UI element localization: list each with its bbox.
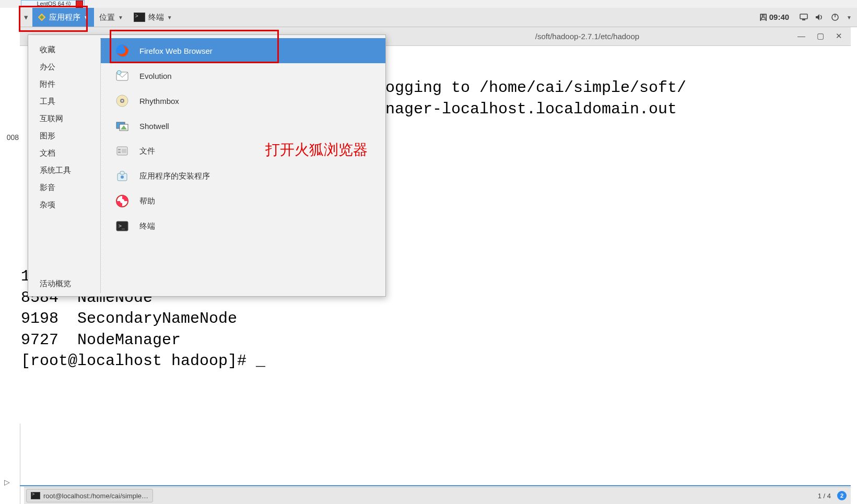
firefox-icon xyxy=(115,44,129,57)
app-item-help[interactable]: 帮助 xyxy=(101,189,385,214)
app-item-label: 帮助 xyxy=(139,196,155,206)
vm-icon xyxy=(76,1,83,8)
terminal-icon xyxy=(134,13,145,22)
applications-icon xyxy=(38,13,46,21)
places-menu-button[interactable]: 位置 ▼ xyxy=(94,8,128,27)
volume-icon[interactable] xyxy=(815,14,824,21)
app-category-item[interactable]: 系统工具 xyxy=(28,162,100,179)
taskbar-item-terminal[interactable]: root@localhost:/home/cai/simple… xyxy=(26,489,153,502)
app-list: Firefox Web Browser Evolution Rhythmbox … xyxy=(101,35,385,296)
svg-text:>_: >_ xyxy=(119,223,125,229)
terminal-line: [root@localhost hadoop]# _ xyxy=(20,350,851,372)
app-category-item[interactable]: 附件 xyxy=(28,76,100,93)
host-tabstrip: LentOS 64 位 × xyxy=(0,0,857,8)
software-installer-icon xyxy=(115,169,129,183)
vm-tab-label: LentOS 64 位 xyxy=(37,1,72,7)
terminal-line: 9727 NodeManager xyxy=(20,330,851,351)
svg-point-10 xyxy=(117,71,121,75)
app-category-item[interactable]: 办公 xyxy=(28,58,100,76)
annotation-text: 打开火狐浏览器 xyxy=(265,140,368,160)
window-minimize-icon[interactable]: — xyxy=(797,31,805,41)
host-expand-icon[interactable]: ▷ xyxy=(4,478,10,486)
system-tray[interactable]: ▼ xyxy=(794,13,857,21)
svg-rect-3 xyxy=(802,19,805,20)
rhythmbox-icon xyxy=(115,94,129,108)
clock-label[interactable]: 四 09:40 xyxy=(754,13,795,22)
svg-rect-18 xyxy=(118,149,121,150)
gnome-window-list: root@localhost:/home/cai/simple… 1 / 4 2 xyxy=(24,487,851,504)
applications-label: 应用程序 xyxy=(49,13,80,22)
app-item-label: Shotwell xyxy=(139,122,169,131)
svg-point-25 xyxy=(120,199,124,203)
app-item-label: 终端 xyxy=(139,221,155,231)
activities-overview-button[interactable]: 活动概览 xyxy=(28,274,100,296)
notification-badge[interactable]: 2 xyxy=(837,491,847,500)
host-lineno-label: 008 xyxy=(0,133,19,142)
app-item-rhythmbox[interactable]: Rhythmbox xyxy=(101,88,385,113)
running-app-indicator[interactable]: 终端 ▼ xyxy=(128,8,178,27)
app-category-item[interactable]: 影音 xyxy=(28,179,100,196)
display-icon[interactable] xyxy=(800,14,808,21)
terminal-title-text: /soft/hadoop-2.7.1/etc/hadoop xyxy=(385,32,789,41)
app-item-software-installer[interactable]: 应用程序的安装程序 xyxy=(101,163,385,189)
files-icon xyxy=(115,144,129,158)
evolution-icon xyxy=(115,69,129,83)
caret-down-icon: ▼ xyxy=(118,15,123,20)
app-category-item[interactable]: 文档 xyxy=(28,145,100,162)
applications-menu-button[interactable]: 应用程序 ▼ xyxy=(32,8,94,27)
app-item-evolution[interactable]: Evolution xyxy=(101,63,385,88)
terminal-line: nager-localhost.localdomain.out xyxy=(385,99,851,120)
app-item-shotwell[interactable]: Shotwell xyxy=(101,113,385,138)
svg-point-23 xyxy=(121,175,124,179)
app-category-item[interactable]: 互联网 xyxy=(28,110,100,127)
svg-rect-19 xyxy=(118,151,121,153)
terminal-line: ogging to /home/cai/simple/soft/ xyxy=(385,77,851,99)
host-left-strip: 008 ▷ xyxy=(0,8,20,504)
svg-marker-4 xyxy=(816,14,819,20)
workspace-pager[interactable]: 1 / 4 xyxy=(812,492,837,500)
app-item-terminal[interactable]: >_ 终端 xyxy=(101,214,385,239)
taskbar-item-label: root@localhost:/home/cai/simple… xyxy=(43,492,148,500)
terminal-icon: >_ xyxy=(115,219,129,233)
caret-down-icon: ▼ xyxy=(167,15,172,20)
help-icon xyxy=(115,194,129,208)
svg-rect-22 xyxy=(120,171,124,174)
app-category-item[interactable]: 收藏 xyxy=(28,41,100,58)
places-label: 位置 xyxy=(99,13,115,22)
applications-menu: 收藏 办公 附件 工具 互联网 图形 文档 系统工具 影音 杂项 活动概览 Fi… xyxy=(28,34,386,297)
caret-down-icon: ▼ xyxy=(84,15,89,20)
window-close-icon[interactable]: ✕ xyxy=(836,31,842,41)
app-item-label: Evolution xyxy=(139,72,172,80)
svg-point-13 xyxy=(122,100,123,102)
terminal-line: 9198 SecondaryNameNode xyxy=(20,308,851,330)
svg-rect-20 xyxy=(122,149,126,153)
power-icon[interactable] xyxy=(831,13,839,21)
window-maximize-icon[interactable]: ▢ xyxy=(817,31,824,41)
app-item-firefox[interactable]: Firefox Web Browser xyxy=(101,38,385,63)
host-dropdown-icon[interactable]: ▾ xyxy=(20,8,32,27)
app-item-label: 应用程序的安装程序 xyxy=(139,171,210,181)
terminal-icon xyxy=(31,492,40,499)
app-item-label: Rhythmbox xyxy=(139,97,179,106)
app-category-item[interactable]: 图形 xyxy=(28,127,100,145)
svg-rect-2 xyxy=(800,14,807,19)
app-item-label: 文件 xyxy=(139,146,155,156)
app-category-list: 收藏 办公 附件 工具 互联网 图形 文档 系统工具 影音 杂项 活动概览 xyxy=(28,35,100,296)
shotwell-icon xyxy=(115,119,129,133)
app-item-label: Firefox Web Browser xyxy=(139,46,213,55)
app-category-item[interactable]: 杂项 xyxy=(28,196,100,214)
gnome-top-bar: ▾ 应用程序 ▼ 位置 ▼ 终端 ▼ 四 09:40 ▼ xyxy=(20,8,857,27)
selection-rule xyxy=(20,485,851,486)
caret-down-icon: ▼ xyxy=(847,15,852,20)
running-app-label: 终端 xyxy=(148,13,164,22)
app-category-item[interactable]: 工具 xyxy=(28,93,100,110)
vm-tab[interactable]: LentOS 64 位 × xyxy=(21,0,85,7)
